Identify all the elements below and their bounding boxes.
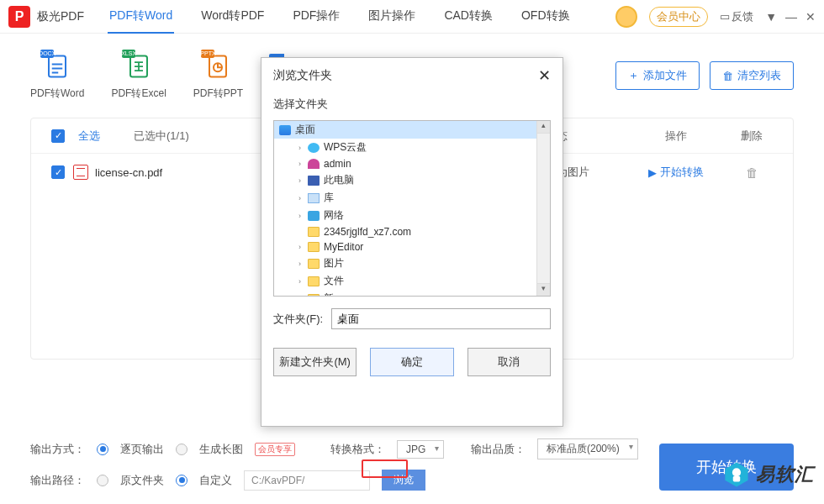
user-avatar[interactable] [615, 6, 637, 28]
member-center[interactable]: 会员中心 [649, 7, 708, 27]
radio-custom-folder[interactable] [176, 475, 188, 486]
tab-word-to-pdf[interactable]: Word转PDF [199, 0, 266, 34]
file-name: license-cn.pdf [95, 166, 162, 179]
path-label: 输出路径： [30, 473, 85, 488]
tree-item-desktop[interactable]: 桌面 [274, 121, 550, 139]
cancel-button[interactable]: 取消 [467, 348, 551, 376]
row-checkbox[interactable]: ✓ [51, 165, 65, 179]
tool-label: PDF转Word [30, 87, 84, 101]
folder-tree[interactable]: 桌面 ›WPS云盘 ›admin ›此电脑 ›库 ›网络 2345rjglfd_… [273, 120, 551, 297]
output-mode-label: 输出方式： [30, 442, 85, 457]
folder-name-input[interactable] [331, 308, 551, 329]
folder-icon [308, 259, 320, 269]
minimize-button[interactable]: — [785, 10, 797, 24]
xlsx-badge: XLSX [122, 50, 135, 58]
vip-badge: 会员专享 [255, 443, 295, 456]
watermark-icon [722, 460, 751, 489]
radio-long-image[interactable] [176, 444, 188, 455]
app-logo: P [8, 6, 30, 28]
tab-pdf-ops[interactable]: PDF操作 [291, 0, 341, 34]
trash-icon: 🗑 [722, 70, 733, 82]
scroll-up-icon[interactable]: ▴ [537, 121, 550, 134]
plus-icon: ＋ [628, 68, 639, 83]
tree-item[interactable]: ›图片 [296, 255, 550, 272]
format-select[interactable]: JPG [397, 440, 444, 459]
tab-image-ops[interactable]: 图片操作 [367, 0, 417, 34]
tab-ofd[interactable]: OFD转换 [520, 0, 572, 34]
menu-icon[interactable]: ▼ [765, 10, 777, 24]
tab-pdf-to-word[interactable]: PDF转Word [108, 0, 174, 34]
add-file-button[interactable]: ＋添加文件 [615, 61, 700, 90]
dialog-subtitle: 选择文件夹 [261, 93, 563, 120]
svg-rect-0 [49, 55, 66, 76]
folder-field-label: 文件夹(F): [273, 312, 323, 327]
svg-point-5 [732, 468, 741, 476]
library-icon [308, 193, 320, 203]
tree-item[interactable]: ›admin [296, 156, 550, 171]
app-name: 极光PDF [37, 9, 84, 24]
new-folder-button[interactable]: 新建文件夹(M) [273, 348, 357, 376]
watermark: 易软汇 [722, 460, 814, 489]
dialog-title: 浏览文件夹 [273, 68, 332, 83]
format-label: 转换格式： [330, 442, 385, 457]
tree-item[interactable]: ›此电脑 [296, 171, 550, 189]
cloud-icon [308, 143, 320, 153]
play-icon: ▶ [648, 166, 657, 179]
quality-select[interactable]: 标准品质(200%) [537, 438, 638, 459]
pc-icon [308, 176, 320, 186]
folder-icon [308, 227, 320, 237]
browse-button[interactable]: 浏览 [382, 470, 425, 491]
output-path-input[interactable]: C:/KavPDF/ [244, 470, 370, 491]
bottom-panel: 输出方式： 逐页输出 生成长图 会员专享 转换格式： JPG 输出品质： 标准品… [30, 428, 794, 491]
folder-icon [308, 276, 320, 286]
select-all-checkbox[interactable]: ✓ [51, 129, 65, 143]
window-buttons: ▼ — ✕ [765, 10, 816, 24]
user-icon [308, 159, 320, 169]
main-tabs: PDF转Word Word转PDF PDF操作 图片操作 CAD转换 OFD转换 [108, 0, 572, 34]
title-bar: P 极光PDF PDF转Word Word转PDF PDF操作 图片操作 CAD… [0, 0, 824, 34]
svg-rect-6 [733, 476, 741, 482]
radio-per-page[interactable] [97, 444, 108, 455]
tool-label: PDF转Excel [111, 87, 166, 101]
col-action: 操作 [621, 129, 731, 144]
tool-pdf-to-excel[interactable]: XLSX PDF转Excel [111, 51, 166, 101]
tool-label: PDF转PPT [193, 87, 243, 101]
ok-button[interactable]: 确定 [370, 348, 453, 376]
tab-cad[interactable]: CAD转换 [442, 0, 494, 34]
selected-count: 已选中(1/1) [134, 129, 189, 144]
folder-icon [308, 242, 320, 252]
radio-original-folder[interactable] [97, 475, 108, 486]
delete-row-button[interactable]: 🗑 [731, 165, 773, 180]
tree-item[interactable]: ›库 [296, 189, 550, 207]
tree-item[interactable]: ›WPS云盘 [296, 139, 550, 156]
quality-label: 输出品质： [471, 442, 526, 457]
clear-list-button[interactable]: 🗑清空列表 [710, 61, 794, 90]
feedback-link[interactable]: ▭反馈 [720, 9, 753, 24]
close-button[interactable]: ✕ [806, 10, 816, 24]
dialog-close-button[interactable]: ✕ [538, 66, 551, 85]
folder-icon [308, 294, 320, 297]
start-convert-link[interactable]: ▶开始转换 [621, 165, 731, 180]
tree-scrollbar[interactable]: ▴ ▾ [536, 121, 550, 296]
tree-item[interactable]: 2345rjglfd_xz7.com [296, 224, 550, 239]
pdf-file-icon [73, 165, 88, 180]
tree-item[interactable]: ›MyEditor [296, 239, 550, 255]
tree-item[interactable]: ›文件 [296, 272, 550, 290]
desktop-icon [279, 125, 291, 135]
tool-pdf-to-word[interactable]: DOCX PDF转Word [30, 51, 84, 101]
network-icon [308, 211, 320, 221]
tree-item[interactable]: 新 [296, 290, 550, 297]
col-delete: 删除 [731, 129, 773, 144]
pptx-badge: PPTX [201, 50, 214, 58]
tool-pdf-to-ppt[interactable]: PPTX PDF转PPT [193, 51, 243, 101]
docx-badge: DOCX [40, 50, 54, 58]
select-all-label[interactable]: 全选 [78, 129, 100, 144]
chat-icon: ▭ [720, 10, 730, 23]
browse-folder-dialog: 浏览文件夹 ✕ 选择文件夹 桌面 ›WPS云盘 ›admin ›此电脑 ›库 ›… [261, 57, 563, 427]
title-right: 会员中心 ▭反馈 ▼ — ✕ [615, 6, 816, 28]
tree-item[interactable]: ›网络 [296, 207, 550, 224]
scroll-down-icon[interactable]: ▾ [537, 283, 550, 296]
